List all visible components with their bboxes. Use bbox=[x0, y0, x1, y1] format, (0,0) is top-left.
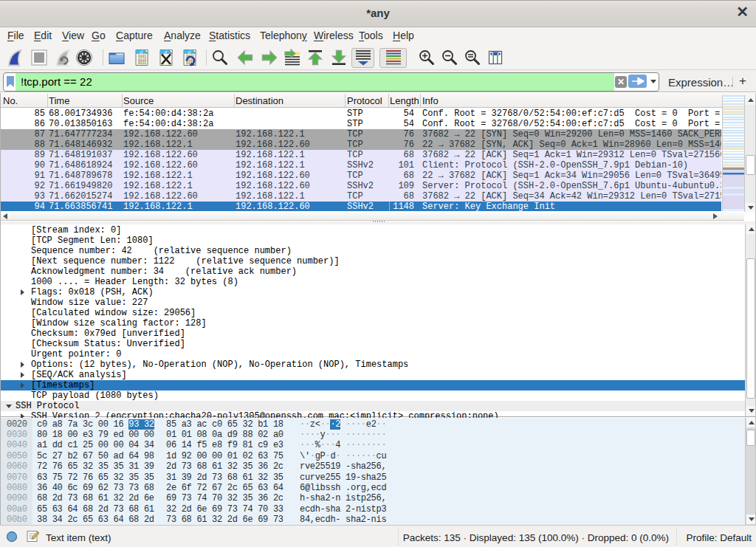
svg-text:0111: 0111 bbox=[138, 61, 146, 65]
